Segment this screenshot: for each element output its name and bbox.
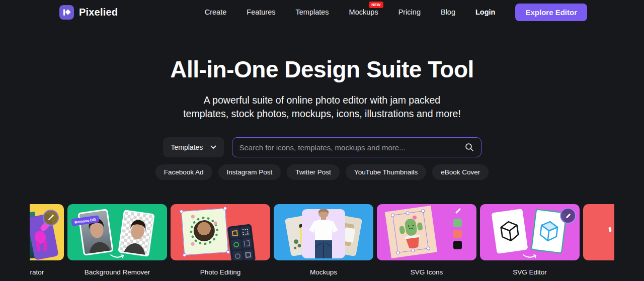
card-label: Photo Filters xyxy=(614,268,614,276)
pencil-tip-icon xyxy=(455,208,461,214)
card-label: SVG Icons xyxy=(411,268,443,276)
nav-item-create[interactable]: Create xyxy=(205,8,227,16)
cube-outline-card xyxy=(492,209,528,254)
tag-instagram-post[interactable]: Instagram Post xyxy=(218,164,281,180)
card-label: AI Image Generator xyxy=(30,268,44,276)
nav-item-pricing[interactable]: Pricing xyxy=(398,8,421,16)
search-input[interactable] xyxy=(239,143,465,152)
color-swatches xyxy=(453,219,462,249)
new-badge: NEW xyxy=(369,2,383,8)
svg-icons-card[interactable] xyxy=(377,204,476,260)
carousel-item-ai-generator: AI Image Generator xyxy=(30,204,64,276)
curved-arrow-icon xyxy=(521,253,538,259)
quick-search-tags: Facebook Ad Instagram Post Twitter Post … xyxy=(0,164,644,180)
background-remover-card[interactable]: Remove BG xyxy=(67,204,167,260)
brand-name: Pixelied xyxy=(79,7,118,18)
top-navigation-bar: Pixelied Create Features Templates Mocku… xyxy=(0,0,644,24)
subtitle-line-1: A powerful suite of online photo editor … xyxy=(0,93,644,107)
card-label: Background Remover xyxy=(85,268,150,276)
category-dropdown[interactable]: Templates xyxy=(163,137,224,157)
cactus-artboard xyxy=(385,206,437,258)
search-icon[interactable] xyxy=(465,143,474,152)
carousel-item-svg-editor: SVG Editor xyxy=(480,204,580,276)
magic-wand-icon xyxy=(43,210,59,226)
nav-item-blog[interactable]: Blog xyxy=(441,8,455,16)
photo-transparent-background xyxy=(118,210,154,257)
tshirt-mockup-card xyxy=(302,209,345,258)
carousel-item-svg-icons: SVG Icons xyxy=(377,204,476,276)
photo-filters-card[interactable] xyxy=(583,204,614,260)
carousel-item-mockups: Mockups xyxy=(274,204,373,276)
frame-options-panel xyxy=(227,224,256,260)
tag-facebook-ad[interactable]: Facebook Ad xyxy=(155,164,212,180)
carousel-item-background-remover: Remove BG Background Remover xyxy=(67,204,167,276)
brand-logo[interactable]: Pixelied xyxy=(59,5,118,20)
pencil-edit-icon xyxy=(560,208,576,224)
nav-item-features[interactable]: Features xyxy=(247,8,275,16)
page-subtitle: A powerful suite of online photo editor … xyxy=(0,93,644,121)
page-title: All-in-One Design Suite Tool xyxy=(0,56,644,82)
tag-ebook-cover[interactable]: eBook Cover xyxy=(432,164,489,180)
login-link[interactable]: Login xyxy=(475,8,495,16)
pixelied-logo-icon xyxy=(59,5,74,20)
search-row: Templates xyxy=(0,137,644,157)
carousel-track: AI Image Generator Remove BG xyxy=(30,204,614,276)
carousel-item-photo-editing: Photo Editing xyxy=(171,204,270,276)
tag-youtube-thumbnails[interactable]: YouTube Thumbnails xyxy=(346,164,426,180)
carousel-item-photo-filters: Photo Filters xyxy=(583,204,614,276)
artwork-fragment xyxy=(608,227,611,232)
card-label: Mockups xyxy=(310,268,337,276)
mockups-card[interactable] xyxy=(274,204,373,260)
nav-item-mockups[interactable]: Mockups NEW xyxy=(349,8,378,16)
curved-arrow-icon xyxy=(109,253,126,259)
card-label: SVG Editor xyxy=(513,268,547,276)
ai-generator-card[interactable] xyxy=(30,204,64,260)
feature-carousel[interactable]: AI Image Generator Remove BG xyxy=(30,204,614,276)
tag-twitter-post[interactable]: Twitter Post xyxy=(287,164,340,180)
card-label: Photo Editing xyxy=(200,268,240,276)
search-field[interactable] xyxy=(232,137,481,157)
photo-editing-card[interactable] xyxy=(171,204,270,260)
cactus-illustration xyxy=(393,212,428,252)
svg-editor-card[interactable] xyxy=(480,204,580,260)
nav-item-templates[interactable]: Templates xyxy=(296,8,329,16)
explore-editor-button[interactable]: Explore Editor xyxy=(515,4,587,21)
selected-photo-frame xyxy=(181,208,228,255)
floral-wreath-photo xyxy=(189,216,219,246)
chevron-down-icon xyxy=(210,145,216,149)
subtitle-line-2: templates, stock photos, mockups, icons,… xyxy=(0,107,644,121)
nav-menu: Create Features Templates Mockups NEW Pr… xyxy=(205,4,587,21)
category-dropdown-value: Templates xyxy=(171,143,203,151)
